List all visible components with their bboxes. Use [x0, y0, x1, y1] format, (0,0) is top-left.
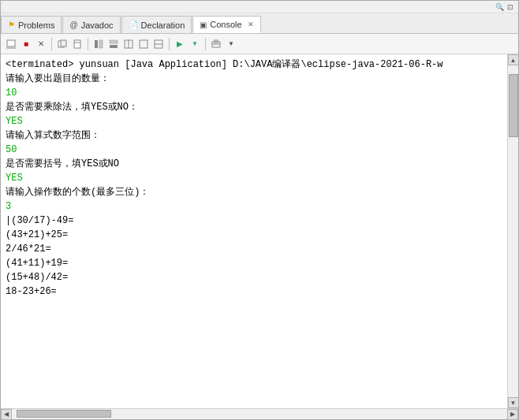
scroll-thumb-h[interactable]	[17, 410, 111, 418]
tab-javadoc[interactable]: @ Javadoc	[62, 16, 120, 33]
console-line-8: YES	[6, 171, 502, 185]
pin-console-button[interactable]	[70, 37, 84, 51]
remove-button[interactable]: ✕	[34, 37, 48, 51]
console-line-14: (41+11)+19=	[6, 256, 502, 270]
tab-problems[interactable]: ⚑ Problems	[1, 16, 62, 33]
svg-rect-3	[61, 40, 66, 46]
console-icon: ▣	[200, 20, 207, 29]
console-line-1: 请输入要出题目的数量：	[6, 72, 502, 86]
layout-btn-1[interactable]	[91, 37, 106, 51]
tab-console-label: Console	[210, 20, 241, 29]
scroll-thumb-v[interactable]	[509, 74, 518, 137]
console-line-9: 请输入操作数的个数(最多三位)：	[6, 185, 502, 199]
console-line-11: |(30/17)-49=	[6, 214, 502, 228]
run-button[interactable]: ▶	[173, 37, 187, 51]
scroll-track-h[interactable]	[13, 410, 506, 419]
toolbar-sep-3	[169, 38, 170, 50]
console-content[interactable]: <terminated> yunsuan [Java Application] …	[1, 54, 507, 408]
console-close-icon[interactable]: ✕	[248, 20, 254, 28]
main-window: 🔍 ⊡ ⚑ Problems @ Javadoc 📄 Declaration ▣…	[0, 0, 519, 420]
console-line-4: YES	[6, 114, 502, 128]
svg-rect-0	[7, 40, 15, 46]
console-line-3: 是否需要乘除法，填YES或NO：	[6, 100, 502, 114]
svg-rect-8	[110, 40, 118, 43]
svg-rect-7	[99, 40, 103, 48]
toolbar-group-layout	[91, 37, 166, 51]
declaration-icon: 📄	[129, 20, 138, 29]
toolbar: ■ ✕	[1, 34, 518, 54]
scroll-right-button[interactable]: ▶	[507, 409, 518, 420]
terminate-button[interactable]: ■	[19, 37, 33, 51]
scroll-up-button[interactable]: ▲	[508, 54, 519, 65]
layout-btn-2[interactable]	[106, 37, 121, 51]
new-console-button[interactable]	[55, 37, 69, 51]
svg-rect-9	[110, 45, 118, 48]
horizontal-scrollbar[interactable]: ◀ ▶	[1, 408, 518, 419]
minimize-icon[interactable]: ⊡	[507, 3, 513, 11]
tab-problems-label: Problems	[18, 20, 54, 30]
console-line-13: 2/46*21=	[6, 242, 502, 256]
console-line-2: 10	[6, 86, 502, 100]
toolbar-group-left: ■ ✕	[4, 37, 48, 51]
scroll-left-button[interactable]: ◀	[1, 409, 12, 420]
console-line-10: 3	[6, 199, 502, 214]
toolbar-sep-2	[88, 38, 88, 50]
view-dropdown[interactable]: ▼	[224, 37, 238, 51]
toolbar-group-view: ▼	[209, 37, 238, 51]
svg-rect-4	[74, 40, 80, 48]
toolbar-group-copy	[55, 37, 84, 51]
clear-button[interactable]	[4, 37, 18, 51]
problems-icon: ⚑	[8, 20, 15, 29]
terminated-line: <terminated> yunsuan [Java Application] …	[6, 58, 502, 72]
view-button[interactable]	[209, 37, 223, 51]
tab-declaration-label: Declaration	[141, 20, 185, 30]
toolbar-sep-1	[51, 38, 52, 50]
console-line-7: 是否需要括号，填YES或NO	[6, 157, 502, 171]
scroll-down-button[interactable]: ▼	[508, 397, 519, 408]
run-dropdown[interactable]: ▼	[188, 37, 202, 51]
vertical-scrollbar[interactable]: ▲ ▼	[507, 54, 518, 408]
top-area: 🔍 ⊡	[1, 1, 518, 13]
javadoc-icon: @	[69, 20, 77, 29]
tab-bar: ⚑ Problems @ Javadoc 📄 Declaration ▣ Con…	[1, 13, 518, 34]
toolbar-sep-4	[205, 38, 206, 50]
layout-btn-3[interactable]	[121, 37, 136, 51]
tab-declaration[interactable]: 📄 Declaration	[121, 16, 192, 33]
search-icon[interactable]: 🔍	[495, 3, 504, 11]
console-line-15: (15+48)/42=	[6, 270, 502, 284]
console-line-6: 50	[6, 143, 502, 157]
tab-javadoc-label: Javadoc	[81, 20, 114, 30]
console-line-16: 18-23+26=	[6, 284, 502, 299]
toolbar-group-run: ▶ ▼	[173, 37, 202, 51]
console-line-5: 请输入算式数字范围：	[6, 128, 502, 143]
console-line-12: (43+21)+25=	[6, 228, 502, 242]
tab-console[interactable]: ▣ Console ✕	[192, 16, 260, 33]
svg-rect-12	[140, 40, 147, 48]
console-outer: <terminated> yunsuan [Java Application] …	[1, 54, 518, 408]
scroll-track-v[interactable]	[509, 66, 518, 396]
svg-rect-6	[95, 40, 98, 48]
layout-btn-5[interactable]	[151, 37, 166, 51]
layout-btn-4[interactable]	[136, 37, 151, 51]
